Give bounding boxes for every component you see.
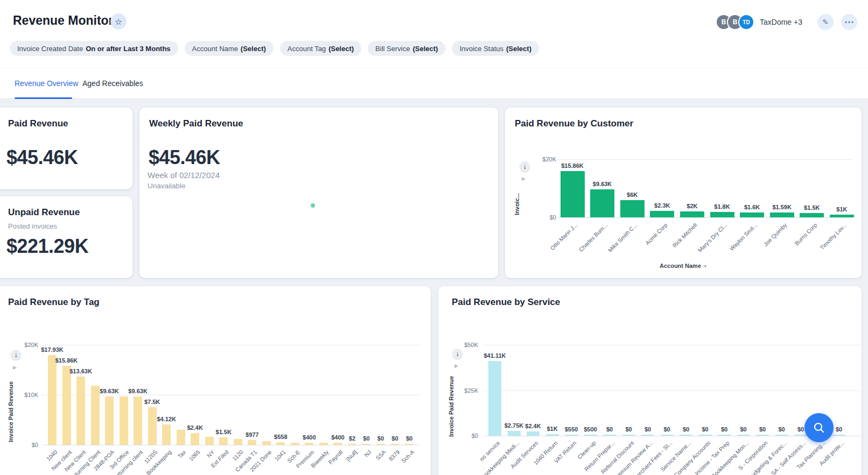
sparkline-point[interactable] bbox=[311, 203, 315, 208]
bar-SSA[interactable] bbox=[376, 444, 385, 445]
sort-descending-button[interactable]: ↓ bbox=[11, 350, 21, 360]
bar-Service Name...[interactable] bbox=[680, 435, 692, 436]
filter-value: (Select) bbox=[412, 45, 438, 53]
bar-Tax[interactable] bbox=[177, 430, 185, 445]
bar-value-label: $9.63K bbox=[580, 181, 625, 187]
bar-Referral Discount[interactable] bbox=[622, 435, 635, 436]
bar-value-label: $13.63K bbox=[58, 368, 103, 374]
bar-New client[interactable] bbox=[62, 366, 71, 445]
filter-invoice-status[interactable]: Invoice Status (Select) bbox=[452, 41, 539, 56]
x-axis-category-label: Joe Quimby bbox=[726, 222, 788, 278]
bar-value-label: $1K bbox=[819, 206, 862, 212]
bar-Burns Corp[interactable] bbox=[800, 213, 824, 217]
bar-VAT Return[interactable] bbox=[565, 435, 578, 436]
y-axis-tick: $0 bbox=[6, 442, 38, 448]
bar-1040 Return[interactable] bbox=[546, 434, 559, 436]
bar-value-label: $15.86K bbox=[550, 162, 595, 169]
kpi-subtitle: Posted invoices bbox=[8, 222, 57, 230]
tab-revenue-overview[interactable]: Revenue Overview bbox=[15, 79, 78, 88]
edit-button[interactable]: ✎ bbox=[817, 14, 834, 30]
expand-panel-icon[interactable]: ▶ bbox=[522, 176, 526, 181]
y-axis-label: Invoice Paid Revenue bbox=[448, 366, 454, 437]
bar-Clean-up[interactable] bbox=[584, 435, 597, 436]
bar-Waylon Smit...[interactable] bbox=[740, 212, 764, 217]
filter-label: Invoice Created Date bbox=[17, 45, 83, 53]
bar-2021 Done[interactable] bbox=[262, 441, 271, 445]
bar-Otto Mann J...[interactable] bbox=[561, 171, 585, 217]
x-axis-title-dropdown[interactable]: Account Name▼ bbox=[660, 263, 708, 269]
gridline bbox=[484, 436, 862, 436]
filter-value: (Select) bbox=[241, 45, 266, 53]
bar-Audit Services[interactable] bbox=[527, 431, 540, 436]
bar-Biweekly[interactable] bbox=[319, 443, 328, 445]
card-title: Paid Revenue by Tag bbox=[8, 297, 100, 308]
sort-descending-button[interactable]: ↓ bbox=[452, 349, 463, 359]
bar-2848-POA[interactable] bbox=[105, 396, 114, 445]
bar-SA - Self Assess...[interactable] bbox=[794, 435, 807, 436]
bar-1041[interactable] bbox=[276, 442, 285, 445]
zoom-search-fab[interactable] bbox=[804, 413, 834, 442]
bar-3rd Office[interactable] bbox=[120, 396, 128, 445]
card-paid-revenue-by-customer: Paid Revenue by Customer $20K$0↓▶Invoic.… bbox=[505, 108, 862, 278]
bar-8379[interactable] bbox=[390, 444, 399, 445]
bar-value-label: $7.5K bbox=[130, 399, 175, 405]
filter-bill-service[interactable]: Bill Service (Select) bbox=[368, 41, 445, 56]
sort-descending-button[interactable]: ↓ bbox=[520, 161, 530, 172]
gridline bbox=[42, 345, 419, 345]
y-axis-tick: $0 bbox=[524, 214, 556, 221]
filter-account-tag[interactable]: Account Tag (Select) bbox=[280, 41, 361, 56]
card-paid-revenue-by-service: Paid Revenue by Service $50K$25K$0↓▶Invo… bbox=[438, 286, 862, 475]
bar-New Client[interactable] bbox=[76, 377, 85, 445]
more-options-button[interactable]: ⋯ bbox=[841, 14, 857, 30]
bar-Acme Corp[interactable] bbox=[650, 211, 674, 217]
bar-Bookkeeping Mon...[interactable] bbox=[737, 435, 750, 436]
ellipsis-icon: ⋯ bbox=[844, 16, 854, 28]
bar-Premium Review A...[interactable] bbox=[641, 435, 654, 436]
bar-1065[interactable] bbox=[191, 433, 199, 445]
expand-panel-icon[interactable]: ▶ bbox=[454, 363, 458, 368]
x-axis-category-label: Acme Corp bbox=[607, 222, 669, 278]
bar-Returning Client[interactable] bbox=[91, 386, 100, 445]
filter-account-name[interactable]: Account Name (Select) bbox=[185, 41, 274, 56]
bar-Sch-A[interactable] bbox=[405, 444, 414, 445]
bar-Mary's Dry Cl...[interactable] bbox=[710, 212, 734, 217]
bar-Company Accounts[interactable] bbox=[699, 435, 712, 436]
tab-aged-receivables[interactable]: Aged Receivables bbox=[82, 79, 143, 88]
y-axis-tick: $20K bbox=[524, 156, 556, 162]
bar-Bookkeeping Medi...[interactable] bbox=[508, 431, 521, 436]
bar-Premium[interactable] bbox=[305, 443, 313, 445]
bar-Budgeting & Forec...[interactable] bbox=[775, 435, 788, 436]
bar-Income - Tax Prep[interactable] bbox=[718, 435, 731, 436]
y-axis-tick: $50K bbox=[446, 342, 478, 348]
x-axis-category-label: Timothy Lov... bbox=[786, 222, 848, 278]
bar-Audit prote...[interactable] bbox=[832, 435, 845, 436]
dropdown-caret-icon: ▼ bbox=[703, 264, 708, 269]
bar-Payroll[interactable] bbox=[333, 443, 342, 445]
bar-NJ[interactable] bbox=[362, 444, 370, 445]
bar-Rick Mitchell[interactable] bbox=[680, 211, 704, 217]
bar-[Null][interactable] bbox=[348, 444, 356, 445]
star-icon: ☆ bbox=[115, 17, 122, 27]
bar-S - Corporation[interactable] bbox=[756, 435, 769, 436]
x-axis-category-label: Burns Corp bbox=[757, 222, 818, 278]
bar-Canada T1[interactable] bbox=[248, 440, 256, 445]
bar-Merchant Fees - St...[interactable] bbox=[661, 435, 674, 436]
bar-Timothy Lov...[interactable] bbox=[830, 215, 854, 217]
filter-invoice-created-date[interactable]: Invoice Created Date On or after Last 3 … bbox=[10, 41, 178, 56]
card-title: Paid Revenue bbox=[8, 118, 68, 129]
bar-Return Prepar...[interactable] bbox=[603, 435, 616, 436]
favorite-star-button[interactable]: ☆ bbox=[110, 13, 127, 30]
bar-value-label: $17.93K bbox=[30, 346, 75, 353]
bar-NY[interactable] bbox=[205, 437, 214, 445]
avatar-taxdome[interactable]: TD bbox=[738, 14, 754, 30]
bar-Ext Filed[interactable] bbox=[219, 437, 228, 445]
bar-1120S[interactable] bbox=[148, 407, 157, 445]
bar-value-label: $9.63K bbox=[115, 388, 160, 394]
bar-Bookkeeping[interactable] bbox=[162, 424, 171, 445]
card-title: Unpaid Revenue bbox=[8, 207, 80, 218]
bar-Joe Quimby[interactable] bbox=[770, 212, 794, 217]
bar-1040[interactable] bbox=[48, 355, 57, 445]
bar-1120[interactable] bbox=[234, 439, 242, 445]
gridline bbox=[558, 217, 853, 218]
bar-Sch-E[interactable] bbox=[291, 443, 299, 445]
